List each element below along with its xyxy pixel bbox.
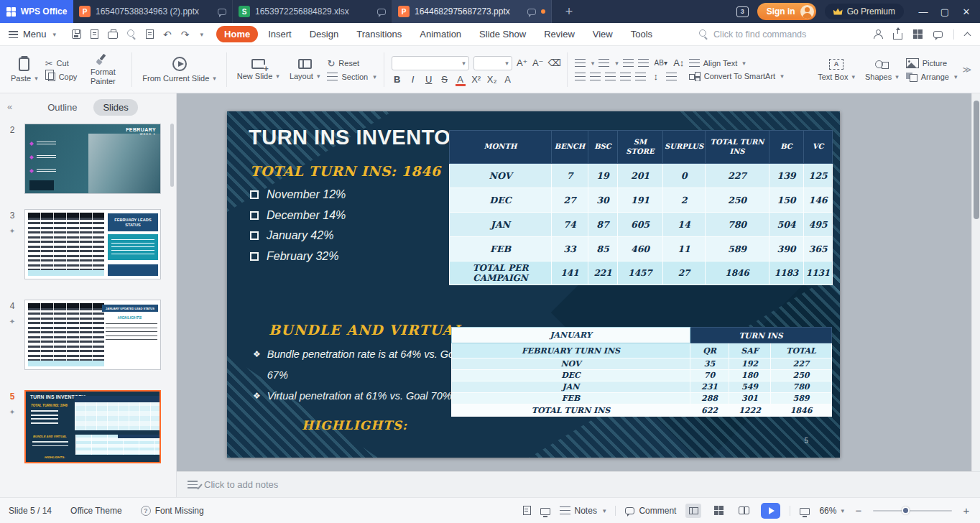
- increase-font-icon[interactable]: A⁺: [517, 58, 528, 68]
- table-cell[interactable]: 495: [804, 213, 833, 237]
- decrease-font-icon[interactable]: A⁻: [532, 58, 544, 68]
- highlight-color-button[interactable]: A: [502, 75, 514, 84]
- menu-tab-review[interactable]: Review: [536, 26, 583, 42]
- table-cell[interactable]: 33: [552, 237, 588, 262]
- table-cell[interactable]: 180: [729, 370, 771, 381]
- font-missing-warning[interactable]: ? Font Missing: [141, 506, 204, 516]
- align-left-icon[interactable]: [575, 73, 586, 80]
- bullets-icon[interactable]: [575, 59, 586, 67]
- table-cell[interactable]: 250: [706, 188, 769, 213]
- slide-5-canvas[interactable]: TURN INS INVENTORY TOTAL TURN INS: 1846 …: [227, 111, 840, 458]
- format-painter-button[interactable]: Format Painter: [79, 50, 126, 90]
- table-cell[interactable]: 549: [729, 381, 771, 393]
- slideshow-play-button[interactable]: [761, 503, 780, 519]
- increase-indent-icon[interactable]: [638, 59, 649, 67]
- table-cell[interactable]: 780: [771, 381, 832, 393]
- new-slide-button[interactable]: New Slide▾: [232, 50, 285, 90]
- table-cell[interactable]: 1457: [618, 262, 663, 285]
- table-cell[interactable]: 125: [804, 164, 833, 188]
- picture-button[interactable]: Picture: [906, 58, 958, 68]
- total-turn-ins-text[interactable]: TOTAL TURN INS: 1846: [250, 163, 440, 179]
- panel-scrollbar[interactable]: [170, 124, 174, 187]
- decrease-indent-icon[interactable]: [623, 59, 634, 67]
- reset-button[interactable]: ↻Reset: [327, 59, 376, 68]
- table-cell[interactable]: 191: [618, 188, 663, 213]
- table-cell[interactable]: 30: [588, 188, 618, 213]
- wps-office-button[interactable]: WPS Office: [0, 0, 73, 23]
- table-cell[interactable]: 74: [552, 213, 588, 237]
- numbering-icon[interactable]: [598, 59, 609, 67]
- print-preview-icon[interactable]: [127, 29, 137, 39]
- line-spacing-icon[interactable]: ↕: [650, 72, 662, 81]
- table-cell[interactable]: FEB: [450, 237, 552, 262]
- more-commands-icon[interactable]: ▾: [200, 31, 204, 38]
- table-cell[interactable]: 27: [663, 262, 706, 285]
- arrange-button[interactable]: Arrange▾: [906, 73, 958, 82]
- projector-icon[interactable]: [800, 508, 810, 515]
- menu-tab-design[interactable]: Design: [302, 26, 346, 42]
- column-header[interactable]: BSC: [588, 131, 618, 164]
- column-header[interactable]: FEBRUARY TURN INS: [452, 343, 690, 358]
- account-icon[interactable]: [873, 29, 882, 39]
- distribute-icon[interactable]: [635, 73, 646, 80]
- maximize-button[interactable]: ▢: [934, 0, 956, 23]
- column-header[interactable]: SURPLUS: [663, 131, 706, 164]
- notes-toggle-button[interactable]: Notes ▾: [560, 506, 606, 516]
- slide-settings-icon[interactable]: [523, 506, 531, 515]
- table-cell[interactable]: 589: [706, 237, 769, 262]
- bundle-bullets[interactable]: ❖Bundle penetration rate is at 64% vs. G…: [253, 344, 472, 407]
- table-cell[interactable]: JAN: [452, 381, 690, 393]
- align-center-icon[interactable]: [590, 73, 601, 80]
- main-menu-button[interactable]: Menu ▾: [0, 29, 65, 40]
- cut-button[interactable]: ✂Cut: [45, 59, 78, 68]
- underline-button[interactable]: U: [423, 75, 435, 84]
- table-cell[interactable]: 1846: [771, 404, 832, 417]
- menu-tab-slide-show[interactable]: Slide Show: [471, 26, 534, 42]
- view-reading-button[interactable]: [736, 504, 752, 518]
- zoom-slider[interactable]: [873, 510, 952, 512]
- column-header[interactable]: JANUARY: [452, 328, 690, 343]
- close-button[interactable]: ✕: [956, 0, 977, 23]
- column-header[interactable]: QR: [690, 343, 729, 358]
- superscript-button[interactable]: X²: [471, 75, 482, 84]
- collapse-ribbon-icon[interactable]: [964, 32, 971, 40]
- table-cell[interactable]: 460: [618, 237, 663, 262]
- slide-3-thumbnail[interactable]: FEBRUARY LEADS STATUS: [24, 209, 161, 279]
- layout-button[interactable]: Layout▾: [285, 50, 325, 90]
- character-spacing-icon[interactable]: AB▾: [653, 60, 669, 67]
- table-cell[interactable]: 70: [690, 370, 729, 381]
- font-size-select[interactable]: ▾: [473, 56, 512, 70]
- undo-icon[interactable]: ↶: [163, 29, 172, 40]
- font-name-select[interactable]: ▾: [392, 56, 469, 70]
- table-cell[interactable]: 288: [690, 393, 729, 404]
- table-cell[interactable]: JAN: [450, 213, 552, 237]
- slide-title[interactable]: TURN INS INVENTORY: [249, 126, 480, 149]
- table-cell[interactable]: 390: [769, 237, 804, 262]
- table-cell[interactable]: 780: [706, 213, 769, 237]
- font-color-button[interactable]: A: [455, 75, 466, 84]
- table-cell[interactable]: 11: [663, 237, 706, 262]
- column-header[interactable]: BC: [769, 131, 804, 164]
- month-checklist[interactable]: November 12%December 14%January 42%Febru…: [250, 185, 346, 267]
- justify-icon[interactable]: [620, 73, 631, 80]
- table-cell[interactable]: 622: [690, 404, 729, 417]
- highlights-title[interactable]: HIGHLIGHTS:: [302, 418, 407, 432]
- table-cell[interactable]: NOV: [450, 164, 552, 188]
- share-icon[interactable]: [893, 33, 902, 40]
- table-cell[interactable]: DEC: [452, 370, 690, 381]
- notes-bar[interactable]: Click to add notes: [177, 471, 980, 497]
- sort-icon[interactable]: A↕: [673, 58, 685, 68]
- table-cell[interactable]: 589: [771, 393, 832, 404]
- table-cell[interactable]: 227: [771, 358, 832, 370]
- table-cell[interactable]: 19: [588, 164, 618, 188]
- comments-panel-icon[interactable]: [933, 31, 943, 38]
- menu-tab-view[interactable]: View: [585, 26, 621, 42]
- slide-2-thumbnail[interactable]: FEBRUARY WEEK 1: [24, 124, 161, 194]
- from-current-slide-button[interactable]: From Current Slide▾: [137, 50, 221, 90]
- table-cell[interactable]: 7: [552, 164, 588, 188]
- clear-format-icon[interactable]: ⌫: [548, 58, 560, 68]
- document-tab-1[interactable]: P 165407538834963 (2).pptx: [73, 0, 233, 23]
- table-cell[interactable]: 14: [663, 213, 706, 237]
- zoom-in-button[interactable]: +: [961, 504, 971, 517]
- slide-4-thumbnail[interactable]: JANUARY UPDATED LEAD STATUS HIGHLIGHTS: [24, 300, 161, 370]
